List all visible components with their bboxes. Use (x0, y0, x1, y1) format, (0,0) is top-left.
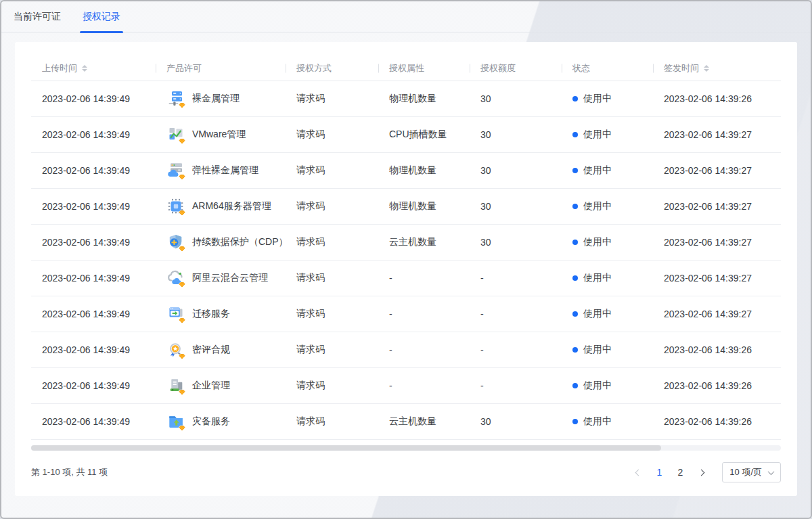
upload-time-cell: 2023-02-06 14:39:49 (31, 344, 156, 355)
table-row: 2023-02-06 14:39:49 持续数据保护（CDP） 请求码 云主机数… (31, 225, 781, 261)
table-row: 2023-02-06 14:39:49 弹性裸金属管理 请求码 物理机数量 30… (31, 153, 781, 189)
product-cell: ARM64服务器管理 (156, 197, 286, 216)
auth-attribute-cell: 物理机数量 (378, 164, 470, 177)
table-row: 2023-02-06 14:39:49 ARM64服务器管理 请求码 物理机数量… (31, 189, 781, 225)
status-cell: 使用中 (562, 236, 653, 248)
product-name: 企业管理 (192, 380, 230, 392)
sort-icon[interactable] (704, 65, 709, 72)
product-cell: 迁移服务 (156, 304, 286, 323)
sort-icon[interactable] (82, 65, 87, 72)
product-name: 持续数据保护（CDP） (192, 236, 286, 248)
tab-current-license[interactable]: 当前许可证 (11, 1, 64, 32)
column-header-auth-quota: 授权额度 (470, 55, 562, 81)
product-name: 阿里云混合云管理 (192, 272, 268, 284)
status-cell: 使用中 (562, 93, 653, 105)
status-dot (572, 275, 578, 281)
table-footer: 第 1-10 项, 共 11 项 1 2 10 项/页 (31, 462, 781, 482)
records-card: 上传时间 产品许可 授权方式 授权属性 授权额度 状态 签发时间 (15, 42, 797, 496)
vmware-icon (166, 125, 185, 144)
auth-quota-cell: - (470, 380, 562, 391)
status-label: 使用中 (583, 129, 612, 141)
table-row: 2023-02-06 14:39:49 密评合规 请求码 - - 使用中 202… (31, 332, 781, 368)
product-name: 裸金属管理 (192, 93, 240, 105)
auth-method-cell: 请求码 (286, 380, 378, 392)
table-row: 2023-02-06 14:39:49 裸金属管理 请求码 物理机数量 30 使… (31, 81, 781, 117)
product-name: VMware管理 (192, 129, 246, 141)
table-row: 2023-02-06 14:39:49 企业管理 请求码 - - 使用中 202… (31, 368, 781, 404)
product-cell: 企业管理 (156, 376, 286, 395)
table-row: 2023-02-06 14:39:49 灾备服务 请求码 云主机数量 30 使用… (31, 404, 781, 440)
auth-attribute-cell: - (378, 273, 470, 284)
status-label: 使用中 (583, 272, 612, 284)
auth-method-cell: 请求码 (286, 129, 378, 141)
product-name: 迁移服务 (192, 308, 230, 320)
table-row: 2023-02-06 14:39:49 VMware管理 请求码 CPU插槽数量… (31, 117, 781, 153)
upload-time-cell: 2023-02-06 14:39:49 (31, 129, 156, 140)
status-cell: 使用中 (562, 164, 653, 177)
column-header-upload-time[interactable]: 上传时间 (31, 55, 156, 81)
upload-time-cell: 2023-02-06 14:39:49 (31, 201, 156, 212)
upload-time-cell: 2023-02-06 14:39:49 (31, 309, 156, 319)
status-cell: 使用中 (562, 415, 653, 428)
status-label: 使用中 (583, 164, 612, 177)
auth-quota-cell: - (470, 309, 562, 319)
status-dot (572, 96, 578, 101)
auth-method-cell: 请求码 (286, 415, 378, 428)
enterprise-icon (166, 376, 185, 395)
auth-attribute-cell: - (378, 309, 470, 319)
auth-quota-cell: 30 (470, 237, 562, 248)
status-dot (572, 383, 578, 388)
arm64-server-icon (166, 197, 185, 216)
status-label: 使用中 (583, 380, 612, 392)
page-button-1[interactable]: 1 (652, 464, 666, 481)
product-name: 密评合规 (192, 344, 230, 356)
status-dot (572, 347, 578, 353)
status-label: 使用中 (583, 308, 612, 320)
product-name: 灾备服务 (192, 415, 230, 428)
auth-attribute-cell: 云主机数量 (378, 415, 470, 428)
page-size-select[interactable]: 10 项/页 (722, 462, 781, 482)
issue-time-cell: 2023-02-06 14:39:27 (653, 237, 781, 248)
status-dot (572, 204, 578, 209)
product-name: ARM64服务器管理 (192, 200, 271, 212)
column-header-product-license: 产品许可 (156, 55, 286, 81)
product-cell: VMware管理 (156, 125, 286, 144)
auth-quota-cell: - (470, 273, 562, 284)
scrollbar-thumb[interactable] (31, 445, 661, 451)
cdp-icon (166, 233, 185, 252)
next-page-button[interactable] (694, 464, 708, 481)
auth-quota-cell: 30 (470, 165, 562, 176)
auth-attribute-cell: 物理机数量 (378, 200, 470, 212)
status-cell: 使用中 (562, 344, 653, 356)
tab-authorization-records[interactable]: 授权记录 (80, 1, 123, 32)
issue-time-cell: 2023-02-06 14:39:26 (653, 344, 781, 355)
column-header-auth-method: 授权方式 (286, 55, 378, 81)
product-cell: 裸金属管理 (156, 89, 286, 108)
tab-bar: 当前许可证 授权记录 (1, 1, 811, 32)
page-button-2[interactable]: 2 (673, 464, 687, 481)
status-dot (572, 168, 578, 173)
auth-attribute-cell: - (378, 380, 470, 391)
auth-attribute-cell: 物理机数量 (378, 93, 470, 105)
status-dot (572, 311, 578, 317)
chevron-right-icon (698, 469, 704, 476)
upload-time-cell: 2023-02-06 14:39:49 (31, 93, 156, 104)
upload-time-cell: 2023-02-06 14:39:49 (31, 380, 156, 391)
horizontal-scrollbar[interactable] (31, 445, 781, 451)
auth-attribute-cell: - (378, 344, 470, 355)
pagination: 1 2 10 项/页 (631, 462, 781, 482)
column-header-auth-attribute: 授权属性 (378, 55, 470, 81)
prev-page-button[interactable] (631, 464, 645, 481)
table-header: 上传时间 产品许可 授权方式 授权属性 授权额度 状态 签发时间 (31, 55, 781, 81)
auth-method-cell: 请求码 (286, 272, 378, 284)
status-label: 使用中 (583, 93, 612, 105)
auth-quota-cell: 30 (470, 201, 562, 212)
auth-method-cell: 请求码 (286, 236, 378, 248)
table-row: 2023-02-06 14:39:49 阿里云混合云管理 请求码 - - 使用中… (31, 261, 781, 296)
column-header-issue-time[interactable]: 签发时间 (653, 55, 781, 81)
chevron-down-icon (768, 468, 775, 475)
auth-method-cell: 请求码 (286, 93, 378, 105)
pagination-summary: 第 1-10 项, 共 11 项 (31, 466, 108, 478)
issue-time-cell: 2023-02-06 14:39:27 (653, 201, 781, 212)
status-dot (572, 419, 578, 424)
